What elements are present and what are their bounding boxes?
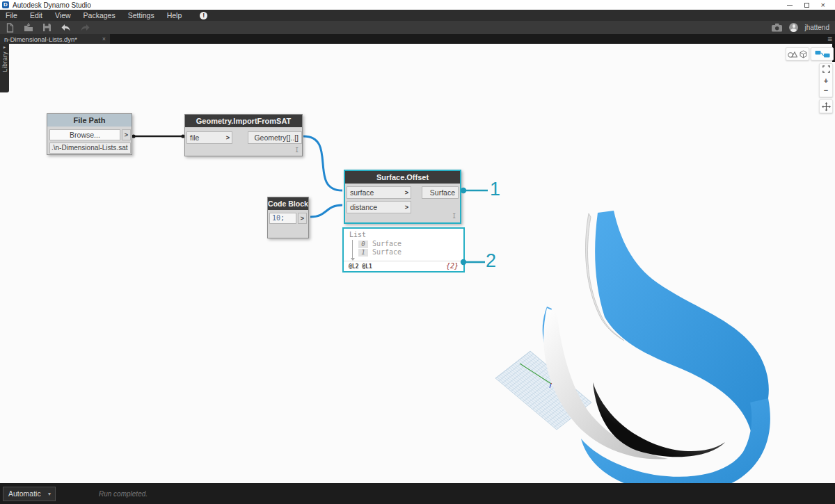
menu-file[interactable]: File: [6, 11, 17, 19]
graph-view-toggle[interactable]: [811, 47, 834, 60]
lacing-levels-label[interactable]: @L2 @L1: [349, 263, 372, 270]
wire-importsat-surface[interactable]: [303, 136, 342, 190]
background-preview-toggle[interactable]: [786, 47, 809, 60]
node-import-from-sat[interactable]: Geometry.ImportFromSAT file > Geometry[]…: [184, 114, 303, 156]
menu-bar: File Edit View Packages Settings Help !: [0, 10, 835, 21]
output-port-geometry[interactable]: Geometry[]..[]: [248, 131, 302, 144]
menu-packages[interactable]: Packages: [84, 11, 116, 19]
minimize-icon[interactable]: [787, 5, 793, 6]
save-icon[interactable]: [42, 23, 51, 32]
preview-state-marker: I: [295, 147, 299, 154]
dynamo-logo-icon: D: [2, 1, 9, 8]
chevron-right-icon: >: [405, 202, 408, 213]
solid-cube-icon: [800, 50, 807, 58]
user-avatar[interactable]: [789, 23, 798, 32]
node-surface-offset[interactable]: Surface.Offset surface > distance > Surf…: [344, 170, 461, 224]
pan-move-icon: [822, 102, 831, 111]
window-title: Autodesk Dynamo Studio: [13, 1, 91, 9]
preview-bubble[interactable]: List 0 Surface 1 Surface @L2 @L1 {2}: [342, 227, 465, 273]
code-block-input[interactable]: 10;: [269, 213, 296, 224]
workspace-tab[interactable]: n-Dimensional-Lists.dyn* ×: [0, 34, 110, 44]
zoom-out-button[interactable]: −: [820, 86, 832, 95]
menu-edit[interactable]: Edit: [30, 11, 42, 19]
node-code-block-header[interactable]: Code Block: [268, 197, 308, 210]
new-file-icon[interactable]: [6, 23, 15, 33]
node-file-path-header[interactable]: File Path: [47, 114, 132, 127]
chevron-right-icon: >: [405, 187, 408, 199]
tab-overflow-icon[interactable]: ≡: [827, 34, 832, 44]
node-code-block[interactable]: Code Block 10; >: [267, 197, 309, 238]
bubble-divider: [344, 261, 463, 261]
list-item-value: Surface: [372, 248, 401, 256]
toolbar: jhattend: [0, 21, 835, 34]
preview-bubble-header: List: [349, 231, 366, 238]
node-graph-icon: [815, 50, 830, 58]
status-bar: Automatic ▾ Run completed.: [0, 483, 835, 504]
callout-label-1: 1: [490, 179, 500, 200]
library-expand-icon: ▸: [3, 44, 6, 51]
browse-button[interactable]: Browse...: [49, 129, 120, 140]
undo-icon[interactable]: [61, 23, 71, 32]
list-item-value: Surface: [372, 240, 401, 247]
output-port-surface[interactable]: Surface: [422, 186, 459, 199]
node-file-path[interactable]: File Path Browse... > .\n-Dimensional-Li…: [47, 113, 132, 155]
screenshot-camera-icon[interactable]: [771, 23, 783, 32]
list-item-index: 1: [358, 249, 368, 257]
menu-help[interactable]: Help: [167, 11, 182, 19]
file-path-output-port[interactable]: >: [122, 129, 131, 140]
menu-settings[interactable]: Settings: [128, 11, 154, 19]
redo-icon[interactable]: [80, 23, 90, 32]
input-port-distance[interactable]: distance >: [347, 201, 411, 213]
pan-button[interactable]: [819, 99, 833, 113]
list-item-index: 0: [358, 241, 368, 248]
tab-bar: n-Dimensional-Lists.dyn* × ≡: [0, 34, 835, 44]
run-status-label: Run completed.: [99, 490, 148, 498]
geometry-preview-icon: [788, 50, 797, 58]
preview-state-marker: I: [452, 213, 456, 220]
workspace-tab-title: n-Dimensional-Lists.dyn*: [0, 35, 77, 43]
input-port-surface[interactable]: surface >: [347, 186, 411, 199]
run-mode-value: Automatic: [3, 489, 41, 498]
menu-view[interactable]: View: [55, 11, 71, 19]
title-bar: D Autodesk Dynamo Studio ×: [0, 0, 835, 10]
zoom-controls: + −: [819, 63, 833, 97]
close-icon[interactable]: ×: [821, 1, 825, 8]
library-label: Library: [1, 51, 8, 72]
fit-view-icon: [822, 65, 830, 73]
graph-canvas[interactable]: ▸ Library File Path Browse... > .\n-Dime…: [0, 44, 835, 483]
run-mode-dropdown[interactable]: Automatic ▾: [3, 487, 56, 501]
list-count-label: {2}: [446, 262, 459, 270]
open-file-icon[interactable]: [24, 23, 33, 32]
node-import-from-sat-header[interactable]: Geometry.ImportFromSAT: [185, 115, 302, 127]
wire-endpoint: [132, 134, 135, 138]
input-port-distance-label: distance: [350, 203, 377, 211]
code-block-output-port[interactable]: >: [298, 213, 307, 224]
zoom-fit-button[interactable]: [820, 65, 832, 75]
input-port-file-label: file: [190, 133, 199, 142]
chevron-down-icon: ▾: [48, 491, 55, 497]
tab-close-icon[interactable]: ×: [102, 35, 110, 42]
username-label: jhattend: [804, 24, 829, 31]
callout-label-2: 2: [486, 250, 496, 272]
notification-icon[interactable]: !: [200, 12, 207, 19]
input-port-file[interactable]: file >: [186, 131, 232, 144]
node-surface-offset-header[interactable]: Surface.Offset: [345, 171, 460, 184]
library-panel-tab[interactable]: ▸ Library: [0, 44, 9, 92]
input-port-surface-label: surface: [350, 188, 374, 197]
file-path-value: .\n-Dimensional-Lists.sat: [49, 143, 131, 154]
chevron-right-icon: >: [226, 132, 230, 144]
wire-codeblock-distance[interactable]: [310, 205, 342, 217]
window-controls: ×: [787, 1, 831, 8]
list-tree-line: [352, 240, 353, 258]
maximize-icon[interactable]: [804, 3, 809, 8]
zoom-in-button[interactable]: +: [820, 76, 832, 86]
